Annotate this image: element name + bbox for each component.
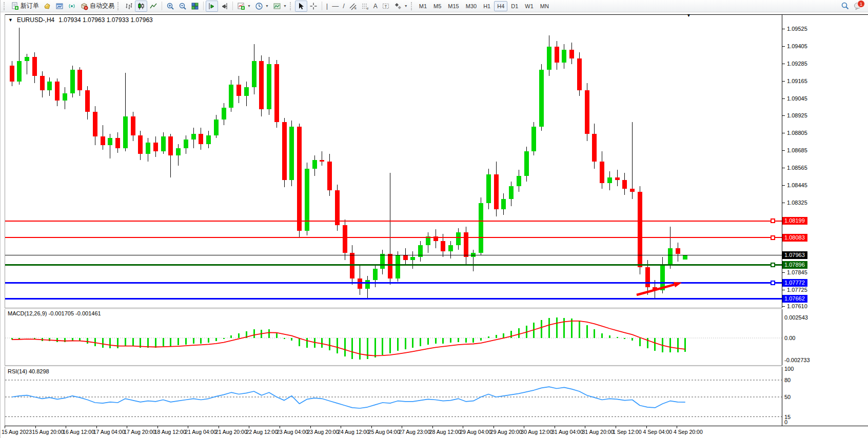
- price-level-badge-1.07963: 1.07963: [782, 251, 807, 259]
- notifications-icon[interactable]: 1: [854, 2, 863, 10]
- macd-scale-label: 0.00: [784, 335, 795, 341]
- tile-windows-icon: [191, 2, 199, 10]
- time-label: 23 Aug 20:00: [307, 429, 339, 435]
- price-tick-label: 1.08685: [787, 147, 807, 153]
- timeframe-M5[interactable]: M5: [430, 1, 444, 11]
- time-label: 23 Aug 04:00: [277, 429, 308, 435]
- cursor-button[interactable]: [295, 1, 307, 12]
- new-order-button[interactable]: 新订单: [9, 1, 41, 12]
- notification-badge: 1: [857, 0, 865, 8]
- tile-windows-button[interactable]: [189, 1, 201, 12]
- chart-title-dropdown-icon[interactable]: ▼: [8, 17, 13, 23]
- price-level-badge-1.07662: 1.07662: [782, 295, 807, 303]
- macd-scale-label: 0.002543: [784, 314, 808, 321]
- arrows-tool[interactable]: ▼: [392, 1, 410, 12]
- bar-chart-button[interactable]: [123, 1, 135, 12]
- timeframe-M30[interactable]: M30: [463, 1, 480, 11]
- main-chart-pane[interactable]: [5, 15, 782, 308]
- search-icon[interactable]: [841, 2, 850, 10]
- price-tick: [782, 115, 785, 116]
- time-label: 27 Aug 23:00: [399, 429, 430, 435]
- time-tick: [371, 426, 372, 428]
- time-tick: [524, 426, 524, 428]
- chart-shift-icon: [220, 2, 228, 10]
- price-tick: [782, 29, 785, 29]
- toolbar-grip: [117, 2, 121, 10]
- timeframe-M1[interactable]: M1: [416, 1, 430, 11]
- time-axis-border: [5, 426, 868, 426]
- price-tick-label: 1.07725: [787, 287, 807, 293]
- svg-text:T: T: [384, 4, 387, 9]
- timeframe-MN[interactable]: MN: [537, 1, 552, 11]
- price-level-badge-1.07896: 1.07896: [782, 261, 807, 269]
- rsi-line: [12, 387, 685, 408]
- auto-trading-button[interactable]: 自动交易: [78, 1, 116, 12]
- styles-button[interactable]: [41, 1, 53, 12]
- chart-shift-button[interactable]: [218, 1, 230, 12]
- channel-tool[interactable]: E: [347, 1, 359, 12]
- time-tick: [5, 426, 5, 428]
- time-label: 25 Aug 04:00: [368, 429, 400, 435]
- time-label: 22 Aug 12:00: [246, 429, 278, 435]
- new-order-icon: [11, 2, 19, 10]
- templates-button[interactable]: ▼: [271, 1, 289, 12]
- trendline-tool[interactable]: /: [341, 1, 347, 12]
- rsi-scale-label: 80: [784, 377, 791, 383]
- periods-button[interactable]: ▼: [253, 1, 271, 12]
- signal-button[interactable]: [66, 1, 78, 12]
- timeframe-M15[interactable]: M15: [445, 1, 462, 11]
- template-icon: [273, 2, 281, 10]
- toolbar-separator: [162, 2, 162, 10]
- auto-trading-label: 自动交易: [90, 2, 114, 10]
- time-tick: [341, 426, 341, 428]
- toolbar-grip: [411, 2, 414, 10]
- timeframe-H4[interactable]: H4: [494, 1, 507, 11]
- toolbar-right: 1: [841, 2, 866, 10]
- price-tick-label: 1.09525: [787, 26, 807, 32]
- timeframe-W1[interactable]: W1: [522, 1, 537, 11]
- timeframe-D1[interactable]: D1: [508, 1, 521, 11]
- price-tick: [782, 81, 785, 82]
- line-chart-button[interactable]: [147, 1, 160, 12]
- chart-corner-marker-icon[interactable]: ▼: [686, 13, 691, 18]
- price-level-badge-1.07772: 1.07772: [782, 279, 807, 287]
- candle-chart-button[interactable]: [135, 1, 147, 12]
- chart-ohlc-values: 1.07934 1.07963 1.07933 1.07963: [58, 16, 153, 24]
- indicators-button[interactable]: ▼: [235, 1, 253, 12]
- autoscroll-button[interactable]: [206, 1, 218, 12]
- toolbar: 新订单 自动交易: [1, 0, 868, 12]
- timeframe-group: M1M5M15M30H1H4D1W1MN: [416, 1, 552, 11]
- chevron-down-icon: ▼: [265, 4, 269, 8]
- price-tick: [782, 272, 785, 273]
- time-tick: [616, 426, 616, 428]
- arrow-annotation[interactable]: [637, 282, 682, 295]
- time-label: 16 Aug 12:00: [63, 429, 94, 435]
- zoom-in-button[interactable]: [164, 1, 176, 12]
- macd-signal-line: [12, 321, 685, 356]
- zoom-out-button[interactable]: [176, 1, 189, 12]
- text-tool[interactable]: A: [371, 1, 380, 12]
- time-label: 31 Aug 20:00: [582, 429, 614, 435]
- price-tick-label: 1.08325: [787, 200, 807, 206]
- time-label: 4 Sep 20:00: [674, 429, 703, 435]
- macd-label: MACD(12,26,9) -0.001705 -0.001461: [8, 310, 101, 316]
- chevron-down-icon: ▼: [283, 4, 287, 8]
- crosshair-button[interactable]: [307, 1, 320, 12]
- chevron-down-icon: ▼: [404, 4, 408, 8]
- time-label: 21 Aug 20:00: [215, 429, 247, 435]
- time-label: 17 Aug 04:00: [93, 429, 125, 435]
- fibonacci-tool[interactable]: F: [359, 1, 371, 12]
- price-tick: [782, 150, 785, 151]
- chart-window-icon: [55, 2, 64, 10]
- timeframe-H1[interactable]: H1: [480, 1, 494, 11]
- text-label-tool[interactable]: T: [380, 1, 392, 12]
- price-tick: [782, 203, 785, 203]
- zoom-out-icon: [179, 2, 187, 10]
- price-tick-label: 1.09285: [787, 61, 807, 67]
- vertical-line-tool[interactable]: |: [324, 1, 330, 12]
- chart-window-button[interactable]: [53, 1, 66, 12]
- time-label: 1 Sep 12:00: [613, 429, 642, 435]
- mt4-window: 新订单 自动交易: [0, 0, 868, 438]
- horizontal-line-tool[interactable]: —: [330, 1, 341, 12]
- time-label: 17 Aug 20:00: [124, 429, 155, 435]
